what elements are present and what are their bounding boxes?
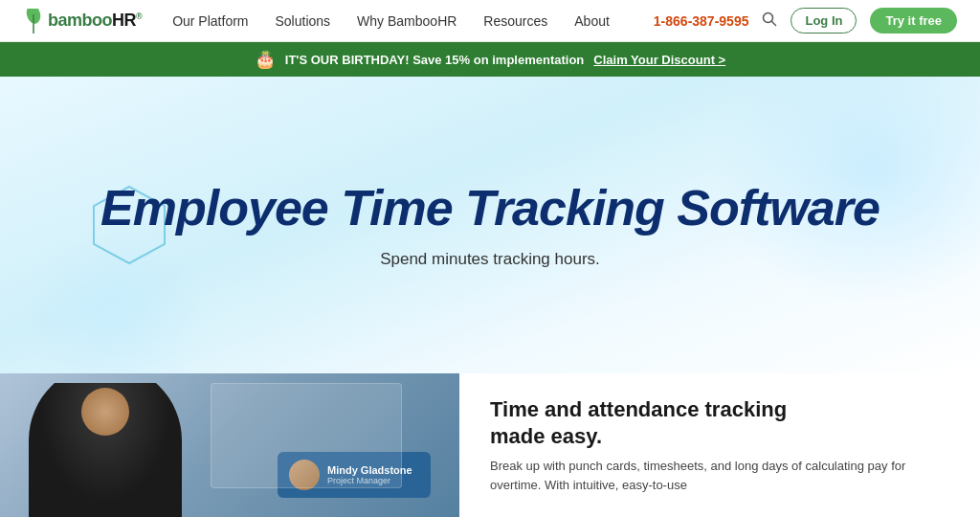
logo[interactable]: bambooHR® xyxy=(23,9,142,34)
search-button[interactable] xyxy=(762,11,777,31)
nav-solutions[interactable]: Solutions xyxy=(276,13,331,29)
person-head xyxy=(81,388,129,436)
lower-section: Mindy Gladstone Project Manager Time and… xyxy=(0,373,980,517)
hero-subtitle: Spend minutes tracking hours. xyxy=(100,250,880,269)
phone-number: 1-866-387-9595 xyxy=(654,13,749,29)
person-image xyxy=(19,383,191,517)
product-screenshot: Mindy Gladstone Project Manager xyxy=(0,373,459,517)
hero-title: Employee Time Tracking Software xyxy=(100,181,880,236)
logo-text: bambooHR® xyxy=(48,11,142,31)
search-icon xyxy=(762,11,777,27)
screen-overlay xyxy=(211,383,402,488)
birthday-icon: 🎂 xyxy=(255,49,276,70)
hero-content: Employee Time Tracking Software Spend mi… xyxy=(100,181,880,268)
bamboo-leaf-icon xyxy=(23,9,44,34)
banner-text: IT'S OUR BIRTHDAY! Save 15% on implement… xyxy=(285,53,585,67)
main-nav: bambooHR® Our Platform Solutions Why Bam… xyxy=(0,0,980,42)
nav-links: Our Platform Solutions Why BambooHR Reso… xyxy=(172,13,654,29)
lower-body: Break up with punch cards, timesheets, a… xyxy=(490,457,949,494)
svg-line-3 xyxy=(772,21,776,25)
lower-text-section: Time and attendance tracking made easy. … xyxy=(459,373,980,517)
try-free-button[interactable]: Try it free xyxy=(870,8,957,34)
nav-resources[interactable]: Resources xyxy=(483,13,547,29)
promo-banner: 🎂 IT'S OUR BIRTHDAY! Save 15% on impleme… xyxy=(0,42,980,77)
nav-our-platform[interactable]: Our Platform xyxy=(172,13,248,29)
nav-about[interactable]: About xyxy=(574,13,610,29)
hero-section: Employee Time Tracking Software Spend mi… xyxy=(0,77,980,373)
nav-right: 1-866-387-9595 Log In Try it free xyxy=(654,8,957,34)
lower-heading: Time and attendance tracking made easy. xyxy=(490,396,949,449)
login-button[interactable]: Log In xyxy=(791,8,857,34)
claim-discount-link[interactable]: Claim Your Discount > xyxy=(593,53,725,67)
nav-why-bamboohr[interactable]: Why BambooHR xyxy=(357,13,457,29)
